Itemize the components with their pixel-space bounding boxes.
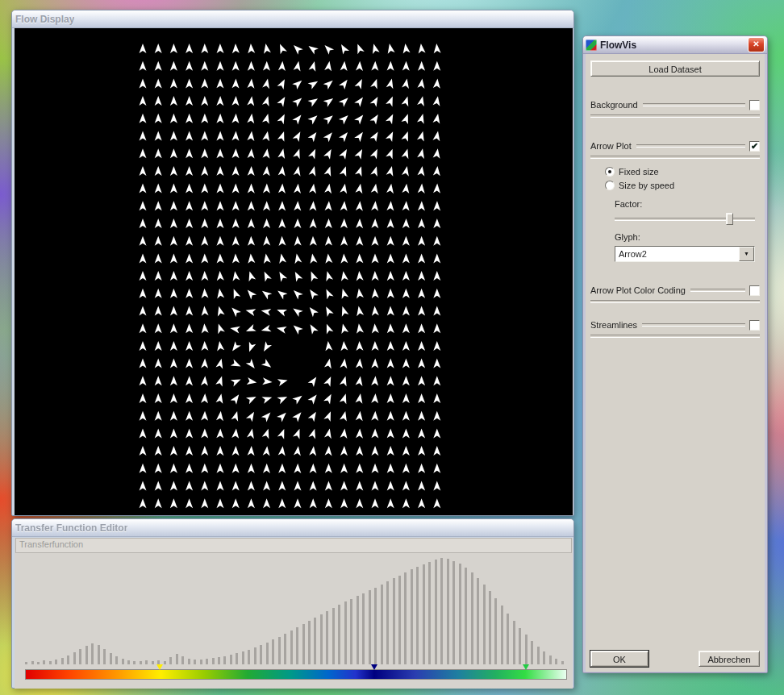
histogram-bar	[447, 559, 449, 664]
histogram-bar	[230, 655, 232, 664]
background-group-label: Background	[590, 100, 638, 110]
histogram-bar	[314, 618, 316, 664]
transfer-function-editor-title: Transfer Function Editor	[15, 522, 127, 534]
glyph-label: Glyph:	[615, 232, 760, 242]
close-icon[interactable]: ✕	[748, 37, 765, 52]
transfer-marker[interactable]	[371, 664, 377, 670]
arrow-plot-canvas[interactable]	[15, 28, 573, 515]
histogram-bar	[308, 621, 311, 664]
histogram-bar	[67, 655, 69, 664]
histogram-bar	[435, 560, 437, 664]
histogram-bar	[423, 564, 425, 664]
group-streamlines: Streamlines	[590, 319, 760, 338]
histogram-bar	[218, 657, 220, 664]
arrow-plot-group-underline	[590, 156, 760, 159]
factor-slider-thumb[interactable]	[726, 213, 733, 225]
histogram-bar	[302, 624, 305, 664]
histogram-bar	[278, 637, 281, 664]
color-coding-group-divider	[690, 289, 745, 292]
transfer-function-editor-titlebar[interactable]: Transfer Function Editor	[12, 519, 573, 537]
flowvis-title: FlowVis	[600, 40, 744, 51]
histogram-bar	[55, 660, 57, 664]
histogram-bar	[260, 645, 262, 664]
histogram-bar	[477, 578, 479, 664]
flowvis-app-icon	[586, 40, 597, 51]
histogram-bar	[320, 614, 323, 664]
transfer-gradient-bar[interactable]	[25, 669, 567, 680]
group-arrow-plot-color-coding: Arrow Plot Color Coding	[590, 285, 760, 303]
transfer-function-editor-client: Transferfunction	[15, 538, 573, 689]
histogram-bar	[164, 661, 166, 664]
size-by-speed-radio-label: Size by speed	[619, 181, 674, 190]
histogram-bar	[127, 660, 130, 664]
transfer-marker[interactable]	[156, 664, 163, 670]
histogram-bar	[115, 656, 118, 664]
transfer-marker[interactable]	[523, 664, 529, 670]
histogram-bar	[296, 627, 298, 664]
size-by-speed-radio[interactable]	[605, 181, 615, 190]
histogram-bar	[537, 647, 540, 664]
histogram-bar	[98, 645, 100, 664]
factor-label: Factor:	[615, 199, 760, 209]
desktop: { "icons": { "close": "✕", "dropdown": "…	[0, 0, 784, 695]
histogram-bar	[212, 658, 215, 664]
histogram-bar	[543, 651, 545, 664]
histogram-bar	[79, 649, 81, 664]
chevron-down-icon[interactable]: ▼	[739, 247, 754, 261]
background-checkbox[interactable]	[749, 100, 760, 110]
histogram-bar	[357, 596, 359, 664]
factor-slider[interactable]	[615, 213, 755, 225]
load-dataset-button[interactable]: Load Dataset	[590, 60, 760, 77]
histogram-bar	[152, 661, 154, 664]
histogram-bar	[242, 651, 244, 664]
histogram-bar	[416, 567, 419, 664]
histogram-bar	[236, 653, 238, 664]
histogram-bar	[73, 652, 76, 664]
histogram-bar	[284, 634, 286, 664]
histogram-bar	[61, 658, 64, 664]
glyph-combobox[interactable]: Arrow2 ▼	[615, 246, 755, 262]
flow-display-viewport	[15, 28, 573, 515]
histogram-bar	[206, 659, 208, 664]
histogram-bar	[393, 578, 395, 664]
cancel-button[interactable]: Abbrechen	[699, 651, 760, 667]
histogram-bar	[37, 662, 40, 664]
histogram-bar	[223, 656, 226, 664]
histogram-bar	[169, 657, 172, 664]
color-coding-group-underline	[590, 300, 760, 303]
histogram-bar	[494, 598, 497, 664]
histogram-bar	[513, 621, 515, 664]
histogram-bar	[145, 660, 148, 664]
fixed-size-radio[interactable]	[605, 167, 615, 177]
streamlines-checkbox[interactable]	[749, 320, 760, 331]
transferfunction-label-bar: Transferfunction	[15, 538, 572, 553]
color-coding-checkbox[interactable]	[749, 285, 760, 296]
transfer-function-editor-window: Transfer Function Editor Transferfunctio…	[11, 518, 574, 689]
histogram-bar	[133, 661, 136, 664]
group-arrow-plot: Arrow Plot ✔	[590, 140, 760, 159]
ok-button[interactable]: OK	[590, 651, 648, 667]
histogram-bar	[194, 660, 196, 664]
histogram-bar	[43, 660, 45, 664]
histogram-bar	[452, 561, 455, 664]
histogram-bar	[200, 660, 202, 664]
glyph-combobox-value: Arrow2	[615, 247, 739, 261]
histogram-bar	[254, 647, 256, 664]
flow-display-title: Flow Display	[15, 14, 74, 25]
histogram-bar	[374, 588, 377, 664]
fixed-size-radio-label: Fixed size	[619, 167, 659, 177]
histogram-bar	[369, 590, 371, 664]
histogram-bar	[465, 568, 467, 664]
panel-spacer	[590, 338, 760, 651]
flow-display-titlebar[interactable]: Flow Display	[12, 10, 573, 28]
histogram-bar	[561, 661, 564, 664]
factor-slider-track	[615, 218, 755, 221]
flowvis-titlebar[interactable]: FlowVis ✕	[583, 36, 767, 54]
histogram-bar	[519, 628, 521, 664]
transfer-gradient-area[interactable]	[25, 669, 567, 680]
histogram-bar	[344, 601, 347, 664]
arrow-plot-checkbox[interactable]: ✔	[749, 141, 760, 152]
arrow-plot-group-divider	[636, 144, 745, 148]
histogram[interactable]	[25, 556, 567, 664]
histogram-bar	[140, 661, 142, 664]
